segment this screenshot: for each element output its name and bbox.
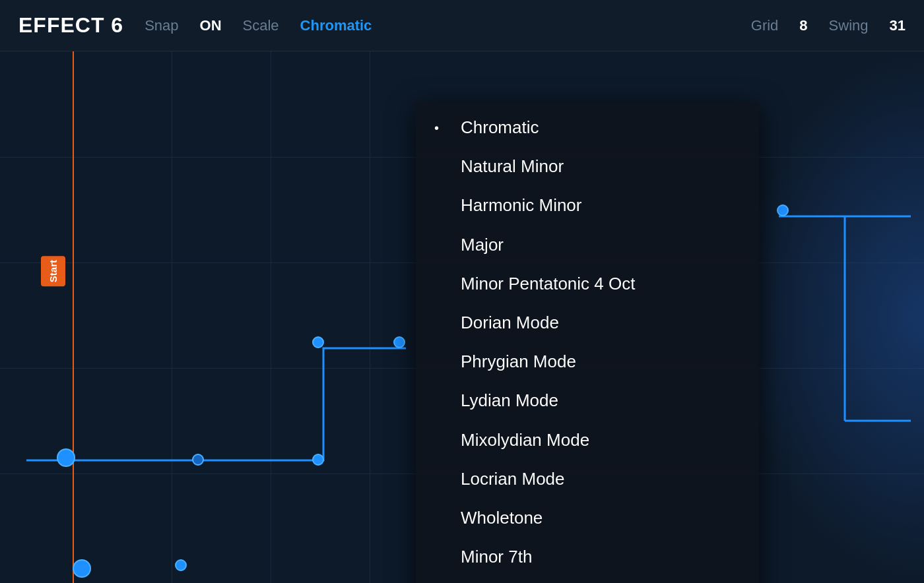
dropdown-item-label-4: Minor Pentatonic 4 Oct (461, 274, 635, 294)
node-1[interactable] (57, 448, 75, 467)
bullet-icon-0: • (434, 120, 450, 136)
dropdown-item-9[interactable]: Locrian Mode (416, 460, 759, 499)
start-line (73, 51, 74, 583)
dropdown-item-label-2: Harmonic Minor (461, 195, 582, 216)
dropdown-item-12[interactable]: Major 7th (416, 576, 759, 583)
dropdown-item-2[interactable]: Harmonic Minor (416, 186, 759, 225)
header-bar: EFFECT 6 Snap ON Scale Chromatic Grid 8 … (0, 0, 924, 51)
dropdown-item-label-6: Phrygian Mode (461, 352, 576, 372)
node-5[interactable] (393, 336, 405, 348)
dropdown-item-3[interactable]: Major (416, 226, 759, 264)
node-4[interactable] (312, 336, 324, 348)
dropdown-item-label-11: Minor 7th (461, 547, 532, 567)
dropdown-item-10[interactable]: Wholetone (416, 499, 759, 537)
dropdown-item-label-5: Dorian Mode (461, 313, 559, 333)
dropdown-item-1[interactable]: Natural Minor (416, 147, 759, 186)
swing-label: Swing (829, 17, 869, 34)
node-2[interactable] (192, 454, 204, 466)
dropdown-item-label-7: Lydian Mode (461, 390, 558, 411)
dropdown-item-label-10: Wholetone (461, 508, 543, 528)
node-bottom[interactable] (73, 559, 91, 578)
grid-label: Grid (751, 17, 779, 34)
dropdown-item-6[interactable]: Phrygian Mode (416, 342, 759, 381)
dropdown-item-label-1: Natural Minor (461, 156, 564, 177)
snap-label: Snap (145, 17, 178, 34)
swing-value[interactable]: 31 (890, 17, 906, 34)
scale-label: Scale (243, 17, 279, 34)
app-title: EFFECT 6 (18, 13, 123, 38)
node-bottom-2[interactable] (175, 559, 187, 571)
scale-value[interactable]: Chromatic (300, 17, 372, 34)
dropdown-item-label-8: Mixolydian Mode (461, 430, 589, 450)
grid-value[interactable]: 8 (799, 17, 807, 34)
node-3[interactable] (312, 454, 324, 466)
scale-dropdown: •ChromaticNatural MinorHarmonic MinorMaj… (416, 103, 759, 583)
dropdown-item-0[interactable]: •Chromatic (416, 108, 759, 147)
snap-value[interactable]: ON (200, 17, 222, 34)
dropdown-item-5[interactable]: Dorian Mode (416, 303, 759, 342)
dropdown-item-label-3: Major (461, 235, 504, 255)
node-right-1[interactable] (777, 204, 789, 216)
dropdown-item-7[interactable]: Lydian Mode (416, 381, 759, 420)
dropdown-item-8[interactable]: Mixolydian Mode (416, 421, 759, 460)
dropdown-item-label-9: Locrian Mode (461, 469, 565, 489)
canvas-area: Start •ChromaticNatural MinorHarmonic Mi… (0, 51, 924, 583)
dropdown-item-label-0: Chromatic (461, 117, 539, 138)
dropdown-item-4[interactable]: Minor Pentatonic 4 Oct (416, 264, 759, 303)
start-label: Start (41, 256, 65, 286)
dropdown-item-11[interactable]: Minor 7th (416, 537, 759, 576)
